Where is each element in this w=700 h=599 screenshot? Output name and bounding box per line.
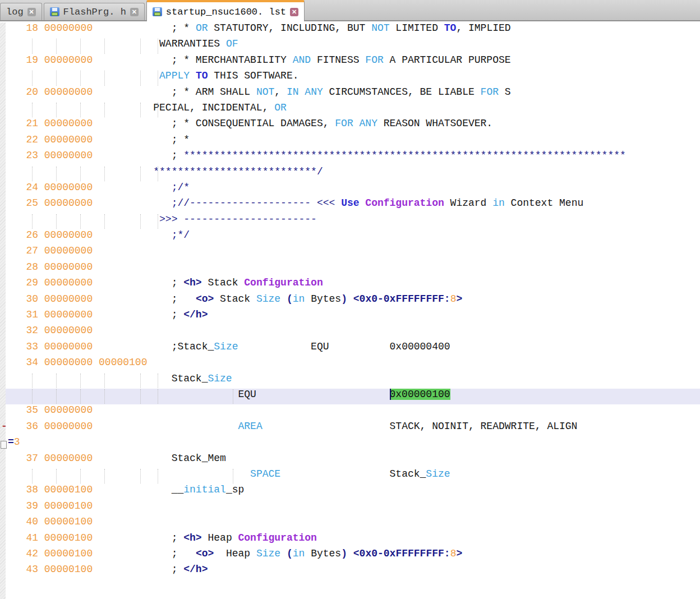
fold-box-icon[interactable]	[1, 441, 7, 449]
code-segment: in	[293, 293, 305, 305]
code-segment: , IMPLIED	[456, 22, 510, 34]
code-segment: Wizard	[444, 197, 492, 209]
code-row: APPLY TO THIS SOFTWARE.	[0, 70, 700, 86]
code-segment: =	[8, 436, 14, 448]
tab-flashprg-h[interactable]: FlashPrg. h✕	[44, 3, 145, 20]
code-segment: REASON WHATSOEVER.	[377, 118, 492, 129]
indent-guide	[140, 374, 141, 388]
code-row: 23 00000000 ; **************************…	[0, 150, 700, 165]
code-segment	[93, 421, 238, 432]
code-editor[interactable]: 18 00000000 ; * OR STATUTORY, INCLUDING,…	[0, 22, 700, 580]
code-segment: <o>	[196, 293, 214, 305]
code-segment: TO	[444, 22, 457, 34]
code-row: 42 00000100 ; <o> Heap Size (in Bytes) <…	[0, 548, 700, 564]
code-segment	[353, 118, 360, 129]
code-segment: ***************************/	[153, 166, 323, 177]
code-segment: Size	[214, 341, 238, 352]
code-row: 21 00000000 ; * CONSEQUENTIAL DAMAGES, F…	[0, 118, 700, 133]
line-gutter: 33 00000000	[8, 341, 93, 352]
code-segment: Bytes	[305, 293, 341, 305]
code-row: =3	[0, 436, 700, 452]
code-row: 43 00000100 ; </h>	[0, 564, 700, 579]
code-segment: >	[456, 548, 462, 559]
indent-guide	[80, 214, 81, 229]
line-gutter: 22 00000000	[8, 134, 93, 145]
code-segment: <0x0-0xFFFFFFFF:	[353, 548, 450, 559]
indent-guide	[158, 469, 158, 483]
code-segment: ; * CONSEQUENTIAL DAMAGES,	[93, 118, 335, 129]
indent-guide	[140, 469, 141, 483]
indent-guide	[56, 39, 57, 53]
code-segment: IN	[287, 86, 299, 98]
code-row: SPACE Stack_Size	[0, 468, 700, 484]
code-segment: __	[93, 484, 183, 495]
code-row: Stack_Size	[0, 373, 700, 389]
indent-guide	[56, 167, 57, 181]
indent-guide	[104, 103, 105, 117]
code-row: WARRANTIES OF	[0, 38, 700, 54]
code-segment	[93, 197, 171, 209]
code-segment: Stack_Mem	[93, 453, 226, 464]
code-segment: Use	[341, 197, 359, 209]
indent-guide	[56, 71, 57, 85]
code-row: - 36 00000000 AREA STACK, NOINIT, READWR…	[0, 421, 700, 436]
code-segment: Size	[256, 293, 280, 305]
close-icon[interactable]: ✕	[130, 8, 139, 16]
indent-guide	[104, 469, 105, 483]
line-gutter: 32 00000000	[8, 325, 93, 336]
line-gutter: 30 00000000	[8, 293, 93, 305]
line-gutter: 26 00000000	[8, 229, 93, 241]
code-segment	[190, 70, 196, 81]
indent-guide	[56, 389, 57, 404]
code-row: 40 00000100	[0, 516, 700, 532]
tab-label: FlashPrg. h	[63, 7, 126, 17]
code-segment: ; * MERCHANTABILITY	[93, 54, 292, 66]
code-segment: ; *	[93, 134, 190, 145]
code-segment	[8, 70, 159, 81]
code-segment: ;	[93, 564, 183, 575]
indent-guide	[140, 389, 141, 404]
code-segment: NOT	[371, 22, 389, 34]
indent-guide	[140, 167, 141, 181]
indent-guide	[158, 389, 158, 404]
line-gutter: 41 00000100	[8, 532, 93, 543]
tab-log[interactable]: log✕	[0, 3, 42, 20]
code-row: 26 00000000 ;*/	[0, 229, 700, 245]
code-segment: <h>	[183, 532, 201, 543]
code-segment	[93, 229, 171, 241]
match-highlight: 0x00000100	[390, 389, 450, 400]
code-row: 41 00000100 ; <h> Heap Configuration	[0, 532, 700, 548]
line-gutter: 36 00000000	[8, 421, 93, 432]
code-segment: <0x0-0xFFFFFFFF:	[353, 293, 450, 305]
code-row: >>> ----------------------	[0, 214, 700, 229]
indent-guide	[56, 103, 57, 117]
code-segment: AREA	[238, 421, 262, 432]
line-gutter: 28 00000000	[8, 261, 93, 273]
close-icon[interactable]: ✕	[290, 8, 298, 16]
line-gutter: 8	[450, 548, 457, 559]
indent-guide	[158, 39, 158, 53]
tab-startup-nsuc1600-lst[interactable]: startup_nsuc1600. lst✕	[146, 0, 305, 21]
code-segment: </h>	[183, 564, 208, 575]
code-segment: S	[499, 86, 511, 98]
code-segment: WARRANTIES	[8, 38, 226, 49]
line-gutter: 31 00000000	[8, 309, 93, 320]
indent-guide	[104, 374, 105, 388]
code-segment: Stack_	[280, 468, 426, 480]
code-row: 24 00000000 ;/*	[0, 182, 700, 197]
code-segment: ANY	[305, 86, 323, 98]
line-gutter: 38 00000100	[8, 484, 93, 495]
code-segment: ;*/	[172, 229, 190, 241]
code-segment: PECIAL, INCIDENTAL,	[8, 102, 274, 113]
indent-guide	[80, 374, 81, 388]
indent-guide	[104, 389, 105, 404]
change-marker-icon[interactable]: -	[1, 421, 7, 432]
indent-guide	[233, 389, 233, 404]
indent-guide	[32, 103, 33, 117]
indent-guide	[56, 374, 57, 388]
indent-guide	[32, 389, 33, 404]
code-segment: FOR	[365, 54, 383, 66]
code-segment: Stack	[214, 293, 256, 305]
indent-guide	[80, 103, 81, 117]
close-icon[interactable]: ✕	[27, 8, 36, 16]
